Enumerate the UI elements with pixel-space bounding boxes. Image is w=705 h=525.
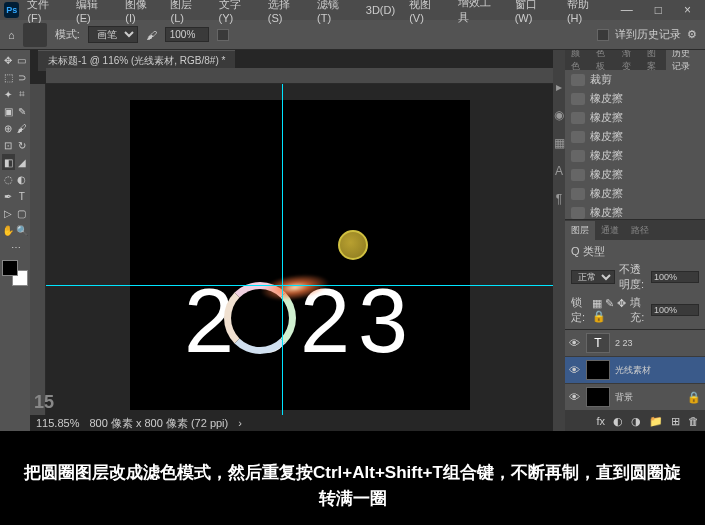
layer-name[interactable]: 2 23 — [615, 338, 633, 348]
status-chevron-icon[interactable]: › — [238, 417, 242, 429]
history-item[interactable]: 橡皮擦 — [565, 203, 705, 220]
tab-color[interactable]: 颜色 — [565, 50, 590, 76]
opt-check[interactable] — [217, 29, 229, 41]
history-item[interactable]: 橡皮擦 — [565, 184, 705, 203]
tab-gradient[interactable]: 渐变 — [616, 50, 641, 76]
strip-swatches-icon[interactable]: ▦ — [554, 136, 565, 150]
menu-select[interactable]: 选择(S) — [262, 0, 309, 26]
menu-image[interactable]: 图像(I) — [119, 0, 162, 26]
tool-bar: ✥▭ ⬚⊃ ✦⌗ ▣✎ ⊕🖌 ⊡↻ ◧◢ ◌◐ ✒T ▷▢ ✋🔍 ⋯ — [0, 50, 30, 431]
history-opt-label: 详到历史记录 — [615, 27, 681, 42]
layers-panel: 图层 通道 路径 Q 类型 正常 不透明度: 锁定: ▦ ✎ ✥ 🔒 填充: 👁… — [565, 220, 705, 431]
home-icon[interactable]: ⌂ — [8, 29, 15, 41]
history-thumb-icon — [571, 74, 585, 86]
strip-color-icon[interactable]: ◉ — [554, 108, 564, 122]
menu-window[interactable]: 窗口(W) — [509, 0, 559, 26]
history-item[interactable]: 橡皮擦 — [565, 127, 705, 146]
strip-paragraph-icon[interactable]: ¶ — [556, 192, 562, 206]
menu-3d[interactable]: 3D(D) — [360, 2, 401, 18]
history-item[interactable]: 橡皮擦 — [565, 89, 705, 108]
edit-toolbar[interactable]: ⋯ — [2, 239, 29, 255]
history-check[interactable] — [597, 29, 609, 41]
menu-layer[interactable]: 图层(L) — [164, 0, 210, 26]
crop-tool[interactable]: ⌗ — [16, 86, 29, 102]
hand-tool[interactable]: ✋ — [2, 222, 15, 238]
layer-row[interactable]: 👁 背景 🔒 — [565, 384, 705, 411]
zoom-level[interactable]: 115.85% — [36, 417, 79, 429]
move-tool[interactable]: ✥ — [2, 52, 15, 68]
history-item[interactable]: 橡皮擦 — [565, 165, 705, 184]
layer-row[interactable]: 👁 T 2 23 — [565, 330, 705, 357]
menu-type[interactable]: 文字(Y) — [213, 0, 260, 26]
strip-arrow-icon[interactable]: ▸ — [556, 80, 562, 94]
shape-tool[interactable]: ▢ — [16, 205, 29, 221]
lasso-tool[interactable]: ⊃ — [16, 69, 29, 85]
color-swatch[interactable] — [2, 260, 28, 286]
dodge-tool[interactable]: ◐ — [16, 171, 29, 187]
menu-help[interactable]: 帮助(H) — [561, 0, 609, 26]
stamp-tool[interactable]: ⊡ — [2, 137, 15, 153]
fx-icon[interactable]: fx — [596, 415, 605, 427]
history-brush-tool[interactable]: ↻ — [16, 137, 29, 153]
heal-tool[interactable]: ⊕ — [2, 120, 15, 136]
visibility-icon[interactable]: 👁 — [569, 337, 581, 349]
eyedrop-tool[interactable]: ✎ — [16, 103, 29, 119]
mask-icon[interactable]: ◐ — [613, 415, 623, 428]
visibility-icon[interactable]: 👁 — [569, 391, 581, 403]
artboard-tool[interactable]: ▭ — [16, 52, 29, 68]
type-tool[interactable]: T — [16, 188, 29, 204]
doc-info: 800 像素 x 800 像素 (72 ppi) — [89, 416, 228, 431]
tab-layers[interactable]: 图层 — [565, 221, 595, 240]
wand-tool[interactable]: ✦ — [2, 86, 15, 102]
window-minimize[interactable]: — — [611, 1, 643, 19]
menu-plugins[interactable]: 增效工具 — [452, 0, 506, 27]
guide-vertical[interactable] — [282, 84, 283, 415]
menu-filter[interactable]: 滤镜(T) — [311, 0, 358, 26]
brush-icon[interactable]: 🖌 — [146, 29, 157, 41]
brush-tool[interactable]: 🖌 — [16, 120, 29, 136]
history-thumb-icon — [571, 188, 585, 200]
menu-file[interactable]: 文件(F) — [21, 0, 68, 26]
history-item[interactable]: 橡皮擦 — [565, 108, 705, 127]
strip-type-icon[interactable]: A — [555, 164, 563, 178]
lock-icons[interactable]: ▦ ✎ ✥ 🔒 — [592, 297, 626, 323]
blend-mode-select[interactable]: 正常 — [571, 270, 615, 284]
canvas[interactable]: 2023 — [130, 100, 470, 410]
opt-gear-icon[interactable]: ⚙ — [687, 28, 697, 41]
tab-history[interactable]: 历史记录 — [666, 50, 705, 76]
trash-icon[interactable]: 🗑 — [688, 415, 699, 427]
zoom-tool[interactable]: 🔍 — [16, 222, 29, 238]
eraser-tool[interactable]: ◧ — [2, 154, 15, 170]
layer-row[interactable]: 👁 光线素材 — [565, 357, 705, 384]
adjustment-icon[interactable]: ◑ — [631, 415, 641, 428]
fill-input[interactable] — [651, 304, 699, 316]
tab-paths[interactable]: 路径 — [625, 221, 655, 240]
tool-preset-icon[interactable] — [23, 23, 47, 47]
blur-tool[interactable]: ◌ — [2, 171, 15, 187]
opacity-input[interactable] — [651, 271, 699, 283]
visibility-icon[interactable]: 👁 — [569, 364, 581, 376]
path-tool[interactable]: ▷ — [2, 205, 15, 221]
panels: 颜色 色板 渐变 图案 历史记录 裁剪 橡皮擦 橡皮擦 橡皮擦 橡皮擦 橡皮擦 … — [565, 50, 705, 431]
flow-input[interactable] — [165, 27, 209, 42]
window-maximize[interactable]: □ — [645, 1, 672, 19]
tab-pattern[interactable]: 图案 — [641, 50, 666, 76]
layer-name[interactable]: 背景 — [615, 391, 633, 404]
guide-horizontal[interactable] — [46, 285, 553, 286]
frame-tool[interactable]: ▣ — [2, 103, 15, 119]
ruler-horizontal[interactable] — [46, 68, 553, 84]
window-close[interactable]: × — [674, 1, 701, 19]
pen-tool[interactable]: ✒ — [2, 188, 15, 204]
marquee-tool[interactable]: ⬚ — [2, 69, 15, 85]
layer-name[interactable]: 光线素材 — [615, 364, 651, 377]
mode-select[interactable]: 画笔 — [88, 26, 138, 43]
menu-edit[interactable]: 编辑(E) — [70, 0, 117, 26]
ruler-vertical[interactable] — [30, 84, 46, 415]
menu-view[interactable]: 视图(V) — [403, 0, 450, 26]
folder-icon[interactable]: 📁 — [649, 415, 663, 428]
fg-color[interactable] — [2, 260, 18, 276]
tab-channels[interactable]: 通道 — [595, 221, 625, 240]
gradient-tool[interactable]: ◢ — [16, 154, 29, 170]
history-item[interactable]: 橡皮擦 — [565, 146, 705, 165]
new-layer-icon[interactable]: ⊞ — [671, 415, 680, 428]
